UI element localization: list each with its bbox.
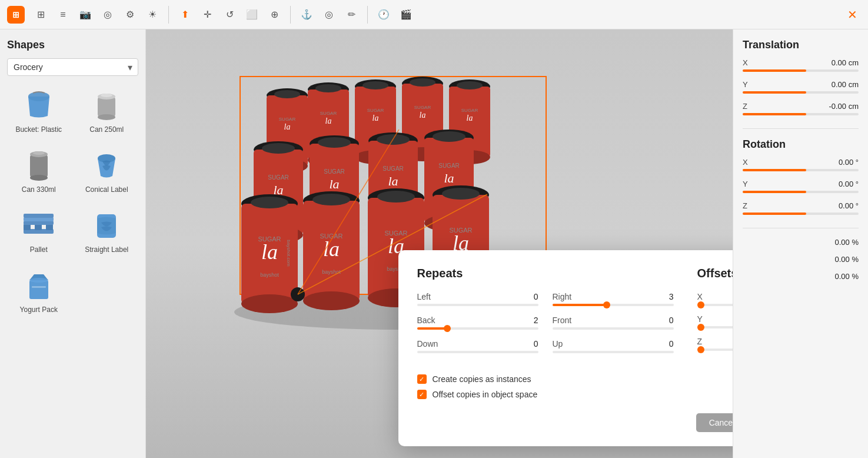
svg-rect-17	[24, 214, 54, 218]
measure-tool-icon[interactable]: ◎	[320, 6, 338, 24]
undo-tool-icon[interactable]: ↺	[221, 6, 238, 24]
down-slider[interactable]	[417, 351, 538, 353]
translation-z-slider[interactable]	[743, 113, 859, 115]
crop-tool-icon[interactable]: ⬜	[243, 6, 261, 24]
svg-point-1	[28, 92, 49, 101]
offset-copies-label: Offset copies in object space	[433, 390, 538, 399]
svg-text:SUGAR: SUGAR	[449, 227, 472, 234]
shape-bucket-plastic[interactable]: Bucket: Plastic	[7, 83, 71, 138]
back-slider[interactable]	[417, 327, 538, 330]
rotation-z-fill	[743, 213, 806, 215]
rotation-y-label: Y	[743, 180, 748, 188]
rotation-title: Rotation	[743, 138, 859, 151]
offset-x-field: X 1.00 cm	[697, 292, 733, 306]
offset-x-slider[interactable]	[697, 304, 733, 306]
translation-x-slider[interactable]	[743, 69, 859, 72]
front-slider[interactable]	[553, 327, 674, 330]
svg-text:la: la	[467, 114, 473, 122]
select-tool-icon[interactable]: ⬆	[176, 6, 194, 24]
svg-text:SUGAR: SUGAR	[268, 174, 289, 181]
app-icon[interactable]: ⊞	[7, 6, 25, 24]
offset-z-slider[interactable]	[697, 349, 733, 351]
edit-tool-icon[interactable]: ✏	[342, 6, 360, 24]
shape-pallet[interactable]: Pallet	[7, 203, 71, 258]
category-dropdown[interactable]: Grocery Kitchen Office Outdoor	[7, 58, 138, 76]
canvas-area[interactable]: la SUGAR la SUGAR la SUGAR	[146, 29, 733, 458]
offset-x-thumb	[697, 301, 704, 308]
offset-y-slider[interactable]	[697, 326, 733, 328]
rotation-x-field: X 0.00 °	[743, 158, 859, 171]
left-right-row: Left 0 Right 3	[417, 292, 674, 316]
translation-x-field: X 0.00 cm	[743, 58, 859, 72]
rotation-x-slider[interactable]	[743, 169, 859, 171]
svg-text:SUGAR: SUGAR	[367, 108, 384, 113]
svg-point-53	[457, 81, 483, 89]
translation-x-row: X 0.00 cm	[743, 58, 859, 67]
svg-text:la: la	[388, 174, 398, 188]
panel-divider-1	[743, 128, 859, 129]
settings-icon[interactable]: ⚙	[121, 6, 139, 24]
offset-y-label: Y	[697, 314, 703, 324]
front-field-row: Front 0	[553, 316, 674, 325]
shape-straight-label[interactable]: Straight Label	[75, 203, 139, 258]
svg-point-5	[101, 94, 112, 97]
svg-point-84	[241, 294, 298, 313]
offset-copies-checkbox[interactable]: ✓	[417, 390, 427, 399]
camera-icon[interactable]: 📷	[77, 6, 94, 24]
back-field: Back 2	[417, 316, 538, 330]
target-icon[interactable]: ◎	[99, 6, 117, 24]
anchor-tool-icon[interactable]: ⚓	[298, 6, 315, 24]
can-330ml-label: Can 330ml	[22, 185, 56, 194]
svg-rect-15	[24, 221, 54, 225]
yogurt-pack-icon	[21, 268, 56, 303]
svg-point-4	[98, 114, 115, 120]
shape-yogurt-pack[interactable]: Yogurt Pack	[7, 263, 71, 318]
front-field: Front 0	[553, 316, 674, 330]
extra-value-1: 0.00 %	[835, 238, 859, 247]
back-label: Back	[417, 316, 435, 325]
sun-icon[interactable]: ☀	[144, 6, 161, 24]
shape-conical-label[interactable]: Conical Label	[75, 143, 139, 198]
menu-icon[interactable]: ≡	[54, 6, 72, 24]
translation-y-fill	[743, 91, 806, 94]
separator-3	[367, 6, 368, 24]
separator-1	[168, 6, 169, 24]
move-tool-icon[interactable]: ✛	[198, 6, 216, 24]
category-dropdown-wrap: Grocery Kitchen Office Outdoor	[7, 58, 138, 76]
translation-y-slider[interactable]	[743, 91, 859, 94]
separator-2	[290, 6, 291, 24]
svg-point-8	[30, 175, 48, 181]
right-value: 3	[669, 292, 674, 301]
create-copies-label: Create copies as instances	[433, 374, 531, 384]
left-slider[interactable]	[417, 304, 538, 306]
svg-text:SUGAR: SUGAR	[414, 105, 431, 110]
svg-text:SUGAR: SUGAR	[438, 162, 460, 169]
offset-z-label: Z	[697, 337, 703, 346]
panel-divider-2	[743, 228, 859, 228]
rotation-z-slider[interactable]	[743, 213, 859, 215]
create-copies-row: ✓ Create copies as instances	[417, 374, 674, 384]
left-label: Left	[417, 292, 431, 301]
crosshair-icon[interactable]: ✕	[843, 6, 861, 24]
film-tool-icon[interactable]: 🎬	[397, 6, 415, 24]
svg-text:SUGAR: SUGAR	[258, 235, 281, 243]
extra-field-2: 0.00 %	[743, 255, 859, 264]
node-tool-icon[interactable]: ⊕	[265, 6, 283, 24]
svg-point-88	[251, 197, 288, 208]
create-copies-checkbox[interactable]: ✓	[417, 374, 427, 384]
translation-x-fill	[743, 69, 806, 72]
translation-z-value: -0.00 cm	[829, 102, 859, 111]
svg-rect-13	[35, 224, 42, 230]
offset-x-label: X	[697, 292, 703, 301]
cancel-button[interactable]: Cancel	[696, 413, 733, 432]
clock-tool-icon[interactable]: 🕐	[375, 6, 393, 24]
rotation-y-row: Y 0.00 °	[743, 180, 859, 188]
rotation-y-slider[interactable]	[743, 191, 859, 193]
grid-icon[interactable]: ⊞	[32, 6, 49, 24]
right-slider[interactable]	[553, 304, 674, 306]
up-slider[interactable]	[553, 351, 674, 353]
straight-label-icon	[89, 208, 124, 243]
shape-can-250ml[interactable]: Can 250ml	[75, 83, 139, 138]
svg-text:SUGAR: SUGAR	[384, 230, 407, 237]
shape-can-330ml[interactable]: Can 330ml	[7, 143, 71, 198]
